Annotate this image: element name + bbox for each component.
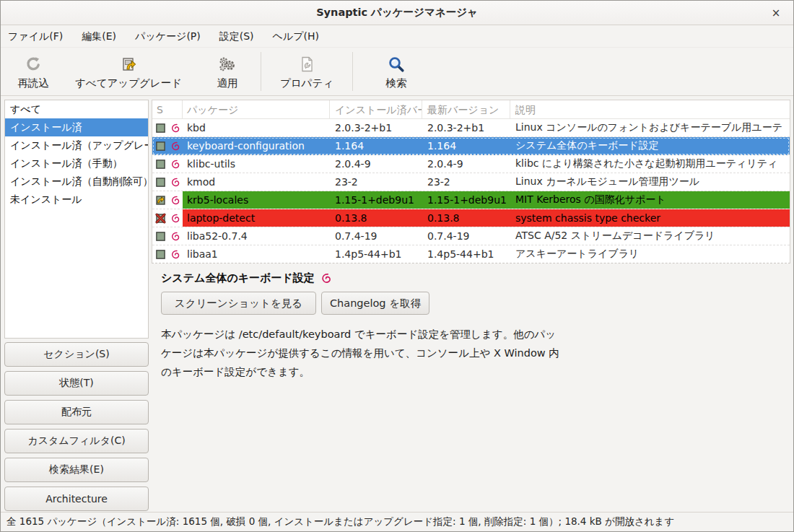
window-title: Synaptic パッケージマネージャ: [316, 6, 478, 19]
header-status[interactable]: S: [152, 100, 183, 118]
toolbar: 再読込 すべてアップグレード 適用: [1, 48, 793, 96]
installed-version: 2.0.3-2+b1: [330, 122, 422, 134]
reload-button[interactable]: 再読込: [6, 48, 60, 95]
header-latest-version[interactable]: 最新バージョン: [422, 100, 510, 118]
package-name: laptop-detect: [183, 212, 330, 224]
table-row-selected[interactable]: keyboard-configuration 1.164 1.164 システム全…: [152, 137, 790, 155]
latest-version: 1.164: [422, 140, 510, 152]
filter-item-installed[interactable]: インストール済: [5, 118, 148, 136]
search-icon: [388, 55, 405, 74]
menu-file[interactable]: ファイル(F): [8, 30, 63, 43]
filter-item-not-installed[interactable]: 未インストール: [5, 191, 148, 209]
architecture-button[interactable]: Architecture: [4, 487, 149, 511]
table-row[interactable]: klibc-utils 2.0.4-9 2.0.4-9 klibc により構築さ…: [152, 155, 790, 173]
package-name: klibc-utils: [183, 158, 330, 170]
status-installed-icon: [152, 123, 168, 134]
debian-swirl-icon: [168, 177, 183, 188]
filter-item-installed-autoremovable[interactable]: インストール済（自動削除可）: [5, 173, 148, 191]
upgrade-all-label: すべてアップグレード: [75, 77, 182, 90]
description-line: のキーボード設定ができます。: [161, 362, 790, 381]
table-row[interactable]: kbd 2.0.3-2+b1 2.0.3-2+b1 Linux コンソールのフォ…: [152, 119, 790, 137]
status-installed-icon: [152, 141, 168, 152]
details-title: システム全体のキーボード設定: [161, 271, 315, 285]
debian-swirl-icon: [168, 249, 183, 260]
latest-version: 0.13.8: [422, 212, 510, 224]
table-row[interactable]: liba52-0.7.4 0.7.4-19 0.7.4-19 ATSC A/52…: [152, 227, 790, 245]
menu-help[interactable]: ヘルプ(H): [273, 30, 319, 43]
package-name: kbd: [183, 122, 330, 134]
search-results-button[interactable]: 検索結果(E): [4, 458, 149, 482]
details-pane: システム全体のキーボード設定 スクリーンショットを見る Changelog を取…: [152, 264, 790, 512]
status-button[interactable]: 状態(T): [4, 371, 149, 396]
latest-version: 23-2: [422, 176, 510, 188]
installed-version: 1.4p5-44+b1: [330, 248, 422, 260]
upgrade-all-button[interactable]: すべてアップグレード: [60, 48, 197, 95]
filter-list: すべて インストール済 インストール済（アップグレード可） インストール済（手動…: [4, 100, 149, 339]
statusbar-text: 全 1615 パッケージ（インストール済: 1615 個, 破損 0 個, イン…: [6, 515, 674, 528]
properties-label: プロパティ: [280, 77, 333, 90]
latest-version: 1.15-1+deb9u1: [422, 194, 510, 206]
properties-button[interactable]: プロパティ: [264, 48, 349, 95]
status-installed-icon: [152, 159, 168, 170]
close-icon[interactable]: ×: [769, 6, 783, 20]
package-description: ATSC A/52 ストリームデコードライブラリ: [510, 230, 790, 243]
table-row[interactable]: kmod 23-2 23-2 Linux カーネルモジュール管理用ツール: [152, 173, 790, 191]
origin-button[interactable]: 配布元: [4, 400, 149, 424]
debian-swirl-icon: [168, 231, 183, 242]
category-buttons: セクション(S) 状態(T) 配布元 カスタムフィルタ(C) 検索結果(E) A…: [4, 342, 149, 511]
reload-icon: [25, 55, 42, 74]
sections-button[interactable]: セクション(S): [4, 342, 149, 367]
header-package[interactable]: パッケージ: [183, 100, 330, 118]
installed-version: 1.164: [330, 140, 422, 152]
table-row-marked-removal[interactable]: laptop-detect 0.13.8 0.13.8 system chass…: [152, 209, 790, 227]
search-label: 検索: [386, 77, 407, 90]
apply-button[interactable]: 適用: [197, 48, 258, 95]
package-description: Linux カーネルモジュール管理用ツール: [510, 175, 790, 188]
package-description: MIT Kerberos の国際化サポート: [510, 193, 790, 206]
package-name: kmod: [183, 176, 330, 188]
status-installed-icon: [152, 177, 168, 188]
header-description[interactable]: 説明: [510, 100, 790, 118]
status-remove-icon: [152, 212, 168, 224]
filter-item-all[interactable]: すべて: [5, 100, 148, 118]
view-screenshot-button[interactable]: スクリーンショットを見る: [161, 292, 316, 315]
debian-swirl-icon: [168, 213, 183, 224]
toolbar-separator: [352, 52, 353, 91]
reload-label: 再読込: [17, 77, 49, 90]
status-upgrade-icon: [152, 194, 168, 206]
debian-swirl-icon: [320, 272, 333, 284]
package-name: krb5-locales: [183, 194, 330, 206]
latest-version: 2.0.4-9: [422, 158, 510, 170]
debian-swirl-icon: [168, 141, 183, 152]
installed-version: 0.13.8: [330, 212, 422, 224]
custom-filters-button[interactable]: カスタムフィルタ(C): [4, 429, 149, 453]
table-row-marked-upgrade[interactable]: krb5-locales 1.15-1+deb9u1 1.15-1+deb9u1…: [152, 191, 790, 209]
menu-edit[interactable]: 編集(E): [82, 30, 116, 43]
status-installed-icon: [152, 231, 168, 242]
header-installed-version[interactable]: インストール済バージョン: [330, 100, 422, 118]
description-line: 本パッケージは /etc/default/keyboard でキーボード設定を管…: [161, 325, 790, 344]
apply-label: 適用: [217, 77, 238, 90]
latest-version: 1.4p5-44+b1: [422, 248, 510, 260]
filter-item-installed-upgradable[interactable]: インストール済（アップグレード可）: [5, 136, 148, 154]
package-description: klibc により構築された小さな起動初期用ユーティリティ: [510, 157, 790, 170]
package-long-description: 本パッケージは /etc/default/keyboard でキーボード設定を管…: [152, 315, 790, 381]
menu-settings[interactable]: 設定(S): [219, 30, 254, 43]
search-button[interactable]: 検索: [356, 48, 437, 95]
debian-swirl-icon: [168, 123, 183, 134]
package-name: keyboard-configuration: [183, 140, 330, 152]
properties-icon: [298, 55, 315, 74]
package-name: libaa1: [183, 248, 330, 260]
installed-version: 23-2: [330, 176, 422, 188]
package-description: Linux コンソールのフォントおよびキーテーブル用ユーテ: [510, 121, 790, 134]
description-line: ケージは本パッケージが提供するこの情報を用いて、コンソール上や X Window…: [161, 344, 790, 362]
filter-item-installed-manual[interactable]: インストール済（手動）: [5, 154, 148, 173]
statusbar: 全 1615 パッケージ（インストール済: 1615 個, 破損 0 個, イン…: [1, 512, 793, 531]
get-changelog-button[interactable]: Changelog を取得: [321, 292, 429, 315]
latest-version: 0.7.4-19: [422, 230, 510, 242]
table-row[interactable]: libaa1 1.4p5-44+b1 1.4p5-44+b1 アスキーアートライ…: [152, 245, 790, 263]
menu-package[interactable]: パッケージ(P): [135, 30, 201, 43]
titlebar: Synaptic パッケージマネージャ ×: [1, 1, 793, 25]
package-name: liba52-0.7.4: [183, 230, 330, 242]
package-description: アスキーアートライブラリ: [510, 248, 790, 261]
